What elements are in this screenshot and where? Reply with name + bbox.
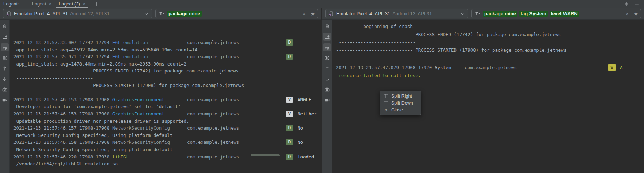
log-tag: EGL_emulation [112,53,187,60]
close-icon: × [383,107,389,113]
log-level-badge: D [286,139,293,145]
gear-icon[interactable] [624,1,629,7]
log-message: A [620,64,623,72]
device-selector[interactable]: Emulator Pixel_4_API_31 Android 12, API … [3,9,152,18]
log-level-badge: V [286,111,293,117]
trash-icon[interactable] [323,22,331,30]
tab-label: Logcat (2) [59,1,80,7]
arrow-up-icon[interactable] [323,64,331,72]
log-timestamp: 2021-12-13 21:57:47.079 17908-17920 [336,65,435,70]
favorite-star-icon[interactable]: ★ [633,11,638,17]
filter-tokens: package:mine [167,11,202,17]
left-toolbar-row: Emulator Pixel_4_API_31 Android 12, API … [0,8,321,19]
log-line: ---------------------------- [336,38,644,46]
device-spec: Android 12, API 31 [392,11,432,16]
soft-wrap-icon[interactable] [1,43,9,51]
camera-icon[interactable] [323,86,331,94]
menu-item-label: Split Right [391,94,412,99]
camera-icon[interactable] [1,86,9,94]
minimize-icon[interactable] [634,1,640,7]
chevron-down-icon [144,11,150,17]
clear-filter-icon[interactable]: × [303,11,306,17]
window-controls [624,1,644,7]
log-line: ---------------------------- [13,89,321,96]
log-line: updatable production driver nor prerelea… [13,118,321,125]
log-line: 2021-12-13 21:57:46.153 17908-17908 Grap… [13,110,321,118]
menu-item-split-down[interactable]: Split Down [380,99,421,106]
logcat-panel-left: Emulator Pixel_4_API_31 Android 12, API … [0,8,321,173]
log-tag: libEGL [112,153,187,161]
log-line: Developer option for 'com.example.jetnew… [13,103,321,110]
log-line: resource failed to call close. [336,72,644,80]
log-timestamp: 2021-12-13 21:57:46.157 17908-17908 [13,125,112,131]
filter-input[interactable]: package:minetag:Systemlevel:WARN × ★ [471,9,641,18]
trash-icon[interactable] [1,22,9,30]
log-level-badge: D [286,154,293,160]
video-icon[interactable] [323,96,331,104]
filter-token: level:WARN [550,11,579,17]
emulator-device-icon [6,11,12,17]
log-line: ---------------------------- PROCESS END… [336,31,644,39]
logcat-tabs: Logcat×Logcat (2)× [28,0,89,8]
arrow-up-icon[interactable] [1,64,9,72]
log-line: 2021-12-13 21:57:46.220 17908-17938 libE… [13,153,321,161]
arrow-down-icon[interactable] [1,75,9,83]
tab-logcat-2[interactable]: Logcat (2)× [55,0,89,8]
device-selector[interactable]: Emulator Pixel_4_API_31 Android 12, API … [325,9,468,18]
logcat-tool-window: Logcat: Logcat×Logcat (2)× Emulator Pixe… [0,0,644,173]
close-tab-icon[interactable]: × [83,1,86,6]
filter-tokens: package:minetag:Systemlevel:WARN [483,11,579,17]
log-output: --------- beginning of crash------------… [332,20,644,173]
log-tag: NetworkSecurityConfig [112,125,187,132]
soft-wrap-icon[interactable] [323,43,331,51]
log-line: 2021-12-13 21:57:46.153 17908-17908 Grap… [13,96,321,103]
log-package: com.example.jetnews [187,139,239,145]
logcat-side-toolbar [0,20,10,173]
log-timestamp: 2021-12-13 21:57:46.158 17908-17908 [13,139,112,145]
device-name: Emulator Pixel_4_API_31 [14,11,68,16]
arrow-down-icon[interactable] [323,75,331,83]
log-tag: System [435,64,465,72]
settings-sliders-icon[interactable] [1,54,9,62]
log-line: app_time_stats: avg=1478.40ms min=2.89ms… [13,60,321,68]
log-tag: NetworkSecurityConfig [112,139,187,146]
filter-input[interactable]: package:mine × ★ [155,9,318,18]
log-tag: EGL_emulation [112,39,187,46]
log-line: ---------------------------- PROCESS STA… [336,46,644,54]
scroll-to-end-icon[interactable] [323,33,331,41]
logcat-panel-right: Emulator Pixel_4_API_31 Android 12, API … [322,8,644,173]
scroll-to-end-icon[interactable] [1,33,9,41]
filter-funnel-icon [158,11,165,17]
tab-logcat[interactable]: Logcat× [28,0,55,8]
log-message: ANGLE [298,96,311,103]
log-line: 2021-12-13 21:57:33.007 17742-17794 EGL_… [13,39,321,46]
log-line: 2021-12-13 21:57:47.079 17908-17920 Syst… [336,64,644,72]
log-message: No [298,139,303,146]
favorite-star-icon[interactable]: ★ [310,11,315,17]
split-context-menu: Split RightSplit Down×Close [380,91,421,115]
log-package: com.example.jetnews [465,65,517,70]
right-toolbar-row: Emulator Pixel_4_API_31 Android 12, API … [322,8,644,19]
menu-item-split-right[interactable]: Split Right [380,93,421,99]
log-timestamp: 2021-12-13 21:57:33.007 17742-17794 [13,40,112,45]
log-timestamp: 2021-12-13 21:57:46.153 17908-17908 [13,97,112,102]
filter-token: tag:System [519,11,548,17]
log-package: com.example.jetnews [187,125,239,131]
menu-item-close[interactable]: ×Close [380,106,421,113]
log-line: ---------------------------- PROCESS END… [13,67,321,75]
divider [308,11,308,17]
log-package: com.example.jetnews [187,54,239,59]
log-line: 2021-12-13 21:57:35.971 17742-17794 EGL_… [13,53,321,60]
log-level-badge: D [286,39,293,46]
split-down-icon [383,100,389,106]
close-tab-icon[interactable]: × [49,1,52,6]
log-package: com.example.jetnews [187,40,239,45]
log-line: Network Security Config specified, using… [13,132,321,139]
clear-filter-icon[interactable]: × [626,11,629,17]
settings-sliders-icon[interactable] [323,54,331,62]
new-tab-button[interactable] [93,0,99,8]
video-icon[interactable] [1,96,9,104]
log-package: com.example.jetnews [187,111,239,117]
log-timestamp: 2021-12-13 21:57:46.153 17908-17908 [13,111,112,117]
log-line: ---------------------------- PROCESS STA… [13,82,321,89]
